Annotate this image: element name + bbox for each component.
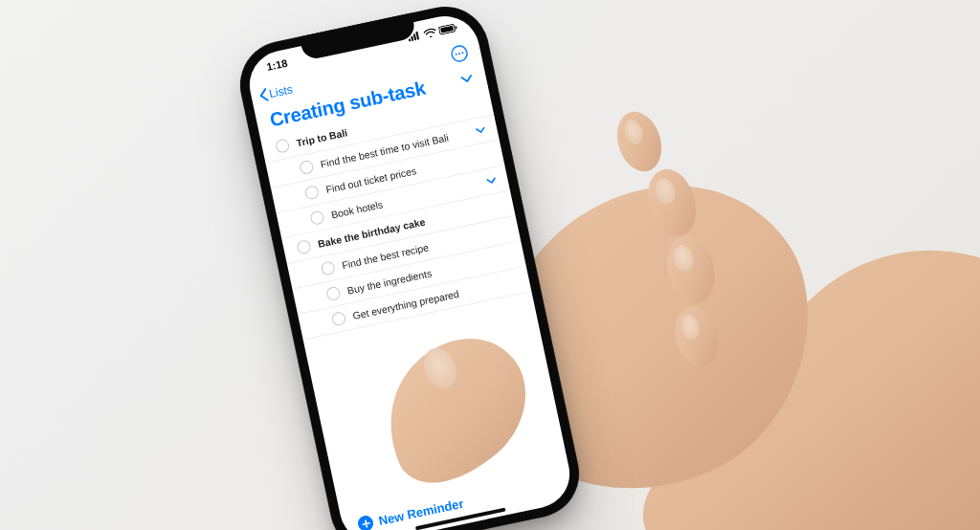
radio-unchecked-icon[interactable] xyxy=(304,185,321,201)
svg-point-17 xyxy=(653,176,679,207)
phone-screen: 1:18 xyxy=(243,10,576,530)
chevron-down-icon[interactable] xyxy=(460,74,473,83)
phone-frame: 1:18 xyxy=(232,0,587,530)
svg-point-9 xyxy=(458,53,460,55)
radio-unchecked-icon[interactable] xyxy=(296,239,312,255)
chevron-left-icon xyxy=(257,88,269,103)
svg-point-12 xyxy=(610,106,669,177)
back-button[interactable]: Lists xyxy=(257,82,294,102)
svg-point-19 xyxy=(679,313,701,341)
radio-unchecked-icon[interactable] xyxy=(320,260,336,276)
wifi-icon xyxy=(423,27,437,38)
new-reminder-button[interactable]: New Reminder xyxy=(357,475,559,530)
chevron-down-icon[interactable] xyxy=(486,177,497,186)
new-reminder-label: New Reminder xyxy=(377,496,464,527)
svg-point-10 xyxy=(461,52,463,54)
svg-rect-3 xyxy=(415,31,419,39)
svg-rect-2 xyxy=(413,33,416,40)
svg-point-16 xyxy=(621,118,645,146)
radio-unchecked-icon[interactable] xyxy=(275,138,291,154)
svg-rect-0 xyxy=(409,38,412,41)
plus-circle-icon xyxy=(357,515,375,530)
svg-point-8 xyxy=(455,54,457,55)
task-label: Book hotels xyxy=(330,198,384,220)
chevron-down-icon[interactable] xyxy=(476,126,486,135)
task-label: Trip to Bali xyxy=(296,126,349,148)
radio-unchecked-icon[interactable] xyxy=(325,286,342,302)
svg-point-18 xyxy=(671,243,696,274)
svg-point-15 xyxy=(670,302,724,371)
svg-rect-1 xyxy=(411,35,413,40)
back-label: Lists xyxy=(268,82,294,100)
radio-unchecked-icon[interactable] xyxy=(331,311,347,327)
radio-unchecked-icon[interactable] xyxy=(309,210,325,226)
bottom-bar: New Reminder xyxy=(340,463,576,530)
svg-point-13 xyxy=(640,164,703,242)
ellipsis-circle-icon xyxy=(449,43,469,63)
svg-rect-6 xyxy=(455,26,457,29)
battery-icon xyxy=(438,22,458,34)
radio-unchecked-icon[interactable] xyxy=(299,160,315,176)
more-button[interactable] xyxy=(448,42,471,65)
svg-point-14 xyxy=(660,231,722,308)
status-time: 1:18 xyxy=(265,57,288,73)
